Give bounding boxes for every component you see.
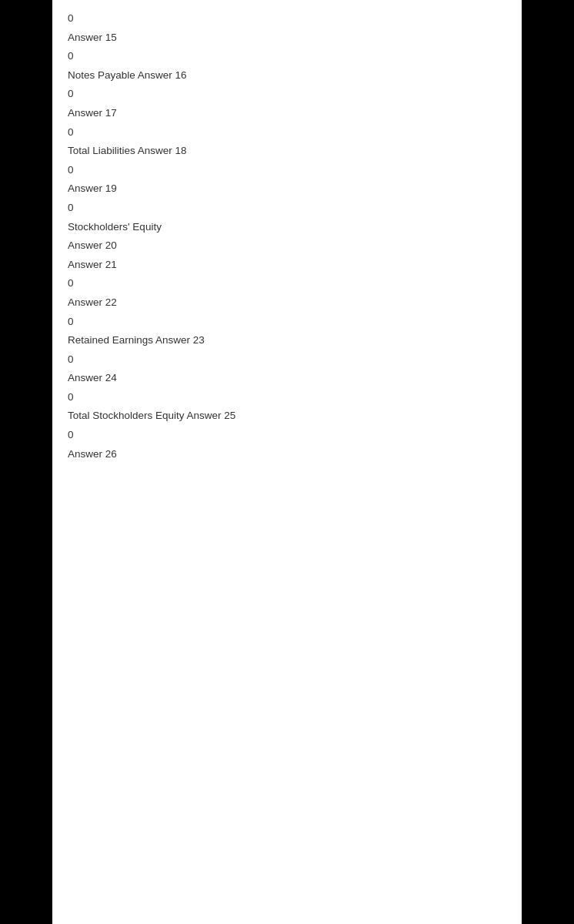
zero-value-7: 0 — [68, 274, 506, 292]
answer-15: Answer 15 — [68, 28, 506, 46]
zero-value-3: 0 — [68, 85, 506, 102]
notes-payable-label: Notes Payable Answer 16 — [68, 66, 506, 84]
answer-24: Answer 24 — [68, 369, 506, 387]
zero-value-8: 0 — [68, 313, 506, 330]
answer-22: Answer 22 — [68, 293, 506, 311]
zero-value-1: 0 — [68, 9, 506, 27]
answer-26: Answer 26 — [68, 445, 506, 463]
stockholders-equity-label: Stockholders' Equity — [68, 218, 506, 236]
indented-section: 0 Answer 15 0 Notes Payable Answer 16 0 … — [68, 9, 506, 462]
zero-value-5: 0 — [68, 161, 506, 179]
total-stockholders-equity-label: Total Stockholders Equity Answer 25 — [68, 407, 506, 424]
answer-19: Answer 19 — [68, 179, 506, 197]
zero-value-2: 0 — [68, 47, 506, 65]
zero-value-6: 0 — [68, 199, 506, 216]
answer-21: Answer 21 — [68, 256, 506, 273]
answer-17: Answer 17 — [68, 104, 506, 122]
zero-value-10: 0 — [68, 388, 506, 406]
retained-earnings-label: Retained Earnings Answer 23 — [68, 331, 506, 349]
answer-20: Answer 20 — [68, 236, 506, 254]
total-liabilities-label: Total Liabilities Answer 18 — [68, 142, 506, 159]
zero-value-9: 0 — [68, 350, 506, 368]
zero-value-11: 0 — [68, 426, 506, 444]
zero-value-4: 0 — [68, 123, 506, 141]
